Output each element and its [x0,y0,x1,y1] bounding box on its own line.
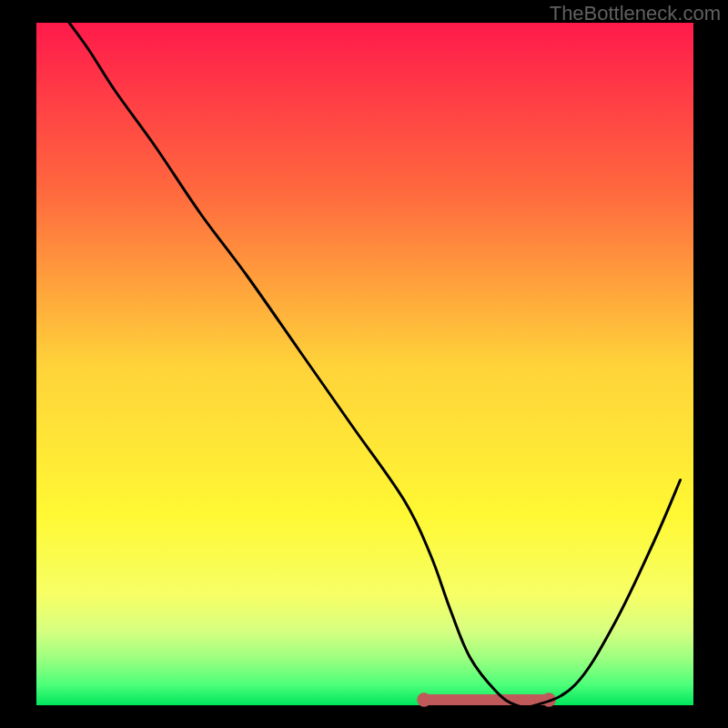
flat-region-endpoint [417,693,431,707]
watermark-text: TheBottleneck.com [550,2,721,25]
chart-container: TheBottleneck.com [0,0,728,728]
flat-region-marker [424,694,549,705]
bottleneck-chart [0,0,728,728]
plot-background [36,23,693,705]
